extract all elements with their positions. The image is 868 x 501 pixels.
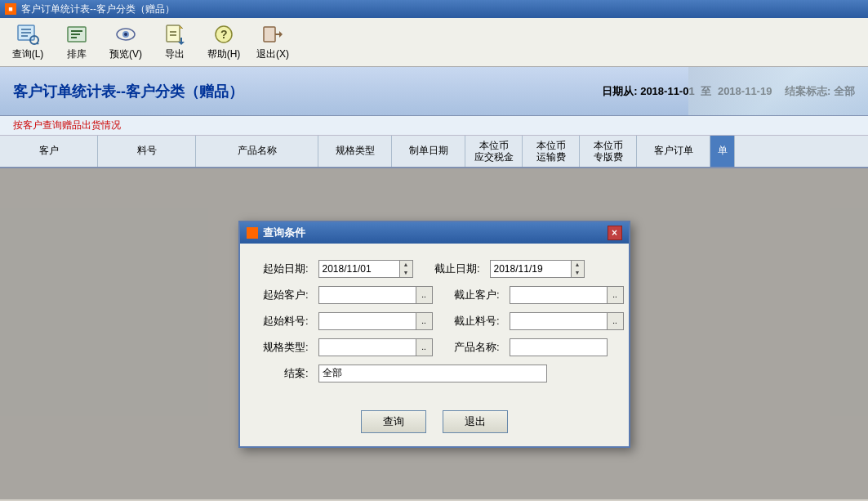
start-material-browse[interactable]: .. [416, 312, 433, 330]
start-material-field: .. [318, 312, 433, 330]
toolbar: 查询(L) 排库 预览(V) [0, 18, 868, 67]
end-customer-browse[interactable]: .. [608, 286, 624, 304]
svg-point-12 [124, 33, 127, 36]
material-row: 起始料号: .. 截止料号: .. [260, 312, 609, 330]
svg-line-5 [37, 42, 38, 44]
exit-button[interactable]: 退出(X) [251, 22, 294, 63]
close-label: 结案: [260, 366, 309, 381]
help-icon: ? [211, 23, 236, 46]
product-name-input[interactable] [510, 338, 608, 356]
dialog-exit-button[interactable]: 退出 [443, 410, 508, 433]
dialog-app-icon [247, 227, 258, 239]
help-button[interactable]: ? 帮助(H) [203, 22, 245, 63]
sub-header-text: 按客户查询赠品出货情况 [13, 119, 121, 132]
start-date-up[interactable]: ▲ [400, 261, 412, 269]
product-name-field [510, 338, 608, 356]
query-dialog: 查询条件 × 起始日期: ▲ ▼ 截止日期: [238, 221, 630, 448]
spec-product-row: 规格类型: .. 产品名称: [260, 338, 609, 356]
end-customer-input[interactable] [510, 286, 608, 304]
main-content: 查询条件 × 起始日期: ▲ ▼ 截止日期: [0, 168, 868, 499]
svg-rect-13 [167, 25, 180, 42]
col-spec-type: 规格类型 [318, 136, 392, 167]
sub-header: 按客户查询赠品出货情况 [0, 116, 868, 136]
date-row: 起始日期: ▲ ▼ 截止日期: ▲ ▼ [260, 260, 609, 278]
start-customer-browse[interactable]: .. [416, 286, 433, 304]
dialog-close-button[interactable]: × [608, 226, 622, 240]
end-customer-field: .. [510, 286, 624, 304]
exit-btn-label: 退出(X) [256, 47, 289, 61]
query-button[interactable]: 查询(L) [7, 22, 49, 63]
export-icon [162, 23, 187, 46]
close-row: 结案: [260, 365, 609, 382]
col-order-date: 制单日期 [392, 136, 465, 167]
start-date-field: ▲ ▼ [318, 260, 413, 278]
svg-text:?: ? [220, 28, 228, 41]
end-date-label: 截止日期: [423, 262, 480, 276]
close-status-value: 全部 [834, 85, 855, 97]
dialog-query-button[interactable]: 查询 [361, 410, 426, 433]
dialog-footer: 查询 退出 [240, 404, 629, 446]
end-date-input[interactable] [490, 260, 572, 278]
start-customer-label: 起始客户: [260, 288, 309, 302]
start-date-down[interactable]: ▼ [400, 269, 412, 277]
start-material-label: 起始料号: [260, 314, 309, 329]
preview-icon [114, 23, 138, 46]
product-name-label: 产品名称: [443, 340, 500, 355]
end-date-field: ▲ ▼ [490, 260, 585, 278]
date-from-value: 2018-11-01 [640, 85, 695, 97]
end-date-up[interactable]: ▲ [572, 261, 584, 269]
start-date-label: 起始日期: [260, 262, 309, 276]
preview-btn-label: 预览(V) [109, 47, 142, 61]
col-special-fee: 本位币专版费 [580, 136, 637, 167]
sort-icon [65, 23, 89, 46]
col-tax-amount: 本位币应交税金 [465, 136, 523, 167]
spec-type-input[interactable] [318, 338, 416, 356]
end-material-browse[interactable]: .. [608, 312, 624, 330]
svg-marker-24 [279, 31, 283, 38]
end-customer-label: 截止客户: [443, 288, 500, 302]
col-material: 料号 [98, 136, 196, 167]
end-date-spinner[interactable]: ▲ ▼ [572, 260, 585, 278]
end-material-input[interactable] [510, 312, 608, 330]
col-customer-order: 客户订单 [637, 136, 710, 167]
spec-type-browse[interactable]: .. [416, 338, 433, 356]
dialog-body: 起始日期: ▲ ▼ 截止日期: ▲ ▼ [240, 244, 629, 404]
dialog-titlebar: 查询条件 × [240, 222, 629, 244]
table-header: 客户 料号 产品名称 规格类型 制单日期 本位币应交税金 本位币运输费 本位币专… [0, 136, 868, 168]
preview-button[interactable]: 预览(V) [105, 22, 147, 63]
close-input[interactable] [318, 365, 547, 382]
spec-type-field: .. [318, 338, 433, 356]
close-status-label: 结案标志: [785, 85, 830, 97]
col-shipping-fee: 本位币运输费 [523, 136, 580, 167]
header-bar: 客户订单统计表--客户分类（赠品） 日期从: 2018-11-01 至 2018… [0, 67, 868, 116]
date-to-value: 2018-11-19 [718, 85, 772, 97]
window-title: 客户订单统计表--客户分类（赠品） [21, 2, 175, 16]
app-icon: ■ [5, 3, 16, 15]
header-title: 客户订单统计表--客户分类（赠品） [13, 82, 243, 101]
spec-type-label: 规格类型: [260, 340, 309, 355]
svg-rect-22 [264, 27, 275, 42]
export-btn-label: 导出 [165, 47, 185, 61]
svg-marker-19 [178, 42, 185, 45]
start-material-input[interactable] [318, 312, 416, 330]
start-customer-input[interactable] [318, 286, 416, 304]
end-date-down[interactable]: ▼ [572, 269, 584, 277]
end-material-label: 截止料号: [443, 314, 500, 329]
modal-overlay: 查询条件 × 起始日期: ▲ ▼ 截止日期: [0, 168, 868, 499]
end-material-field: .. [510, 312, 624, 330]
title-bar: ■ 客户订单统计表--客户分类（赠品） [0, 0, 868, 18]
close-field [318, 365, 547, 382]
start-date-input[interactable] [318, 260, 400, 278]
start-customer-field: .. [318, 286, 433, 304]
start-date-spinner[interactable]: ▲ ▼ [400, 260, 413, 278]
customer-row: 起始客户: .. 截止客户: .. [260, 286, 609, 304]
exit-icon [260, 23, 285, 46]
col-product-name: 产品名称 [196, 136, 318, 167]
date-from-label: 日期从: [602, 85, 637, 97]
export-button[interactable]: 导出 [154, 22, 196, 63]
sort-btn-label: 排库 [67, 47, 87, 61]
col-customer: 客户 [0, 136, 98, 167]
help-btn-label: 帮助(H) [207, 47, 241, 61]
sort-button[interactable]: 排库 [56, 22, 98, 63]
header-info: 日期从: 2018-11-01 至 2018-11-19 结案标志: 全部 [602, 84, 855, 99]
